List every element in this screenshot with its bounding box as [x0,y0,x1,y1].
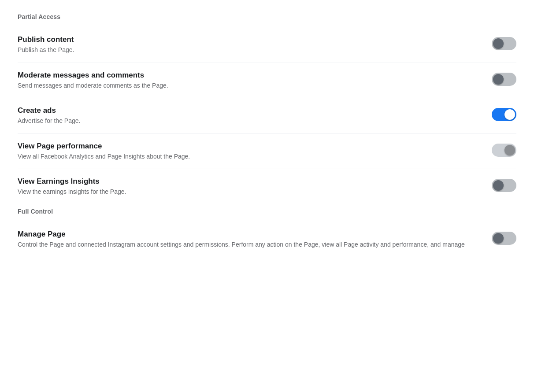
permission-item-view-earnings-insights: View Earnings Insights View the earnings… [18,169,516,204]
permission-desc-view-page-performance: View all Facebook Analytics and Page Ins… [18,152,474,161]
permission-text-publish-content: Publish content Publish as the Page. [18,35,474,55]
toggle-moderate-messages[interactable] [492,73,516,86]
permission-text-view-earnings-insights: View Earnings Insights View the earnings… [18,177,474,196]
toggle-create-ads[interactable] [492,108,516,121]
toggle-wrapper-manage-page [492,230,516,245]
toggle-manage-page[interactable] [492,232,516,245]
toggle-wrapper-view-earnings-insights [492,177,516,192]
permission-text-moderate-messages: Moderate messages and comments Send mess… [18,71,474,90]
permission-title-manage-page: Manage Page [18,230,474,239]
toggle-view-earnings-insights[interactable] [492,179,516,192]
full-control-section: Full Control Manage Page Control the Pag… [18,208,516,257]
settings-container: Partial Access Publish content Publish a… [0,0,534,392]
toggle-wrapper-moderate-messages [492,71,516,86]
toggle-knob-view-earnings-insights [493,180,504,191]
permission-desc-manage-page: Control the Page and connected Instagram… [18,240,474,249]
permission-text-view-page-performance: View Page performance View all Facebook … [18,142,474,161]
permission-desc-view-earnings-insights: View the earnings insights for the Page. [18,188,474,196]
permission-title-publish-content: Publish content [18,35,474,44]
toggle-view-page-performance[interactable] [492,144,516,157]
permission-desc-publish-content: Publish as the Page. [18,46,474,55]
toggle-wrapper-create-ads [492,106,516,121]
toggle-publish-content[interactable] [492,37,516,50]
toggle-knob-manage-page [493,233,504,244]
permission-item-create-ads: Create ads Advertise for the Page. [18,98,516,134]
toggle-wrapper-view-page-performance [492,142,516,157]
permission-item-publish-content: Publish content Publish as the Page. [18,27,516,63]
permission-title-view-page-performance: View Page performance [18,142,474,151]
toggle-knob-view-page-performance [504,145,515,155]
permission-title-moderate-messages: Moderate messages and comments [18,71,474,80]
permission-item-moderate-messages: Moderate messages and comments Send mess… [18,63,516,99]
toggle-knob-create-ads [504,109,515,120]
toggle-wrapper-publish-content [492,35,516,50]
permission-item-manage-page: Manage Page Control the Page and connect… [18,222,516,257]
partial-access-label: Partial Access [18,13,516,20]
partial-access-section: Partial Access Publish content Publish a… [18,13,516,204]
permission-desc-create-ads: Advertise for the Page. [18,117,474,126]
toggle-knob-publish-content [493,38,504,49]
permission-text-manage-page: Manage Page Control the Page and connect… [18,230,474,249]
permission-title-create-ads: Create ads [18,106,474,115]
toggle-knob-moderate-messages [493,74,504,85]
permission-desc-moderate-messages: Send messages and moderate comments as t… [18,81,474,90]
full-control-label: Full Control [18,208,516,215]
permission-title-view-earnings-insights: View Earnings Insights [18,177,474,186]
permission-text-create-ads: Create ads Advertise for the Page. [18,106,474,126]
permission-item-view-page-performance: View Page performance View all Facebook … [18,134,516,170]
